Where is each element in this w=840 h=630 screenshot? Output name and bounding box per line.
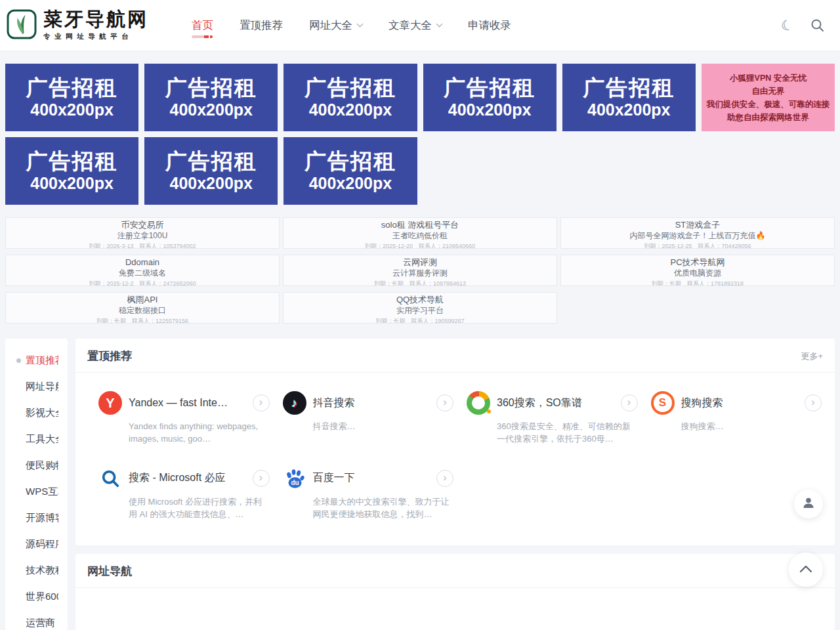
chevron-down-icon xyxy=(357,21,364,28)
sidebar-item-tutorials[interactable]: 技术教程 xyxy=(5,557,68,583)
bing-search-icon xyxy=(98,467,122,490)
scroll-top-button[interactable] xyxy=(789,553,823,587)
text-ad-solo-rental[interactable]: solo租 游戏租号平台王者吃鸡低价租到期：2025-12-20 联系人：210… xyxy=(283,217,557,249)
site-card-baidu[interactable]: du 百度一下 › 全球最大的中文搜索引擎、致力于让网民更便捷地获取信息，找到… xyxy=(283,467,454,521)
svg-text:du: du xyxy=(291,479,299,486)
search-icon[interactable] xyxy=(810,18,824,32)
site-card-360search[interactable]: 360搜索，SO靠谱 › 360搜索是安全、精准、可信赖的新一代搜索引擎，依托于… xyxy=(467,391,638,446)
text-ad-binance[interactable]: 币安交易所注册立拿100U到期：2026-3-13 联系人：1053794002 xyxy=(5,217,280,249)
pinned-panel: 置顶推荐 更多+ Y Yandex — fast Inte… › Yandex … xyxy=(75,339,835,545)
ad-banner[interactable]: 广告招租400x200px xyxy=(144,137,278,205)
360-icon xyxy=(467,391,490,415)
sidebar-item-carriers[interactable]: 运营商 xyxy=(5,610,68,630)
chevron-down-icon xyxy=(436,21,443,28)
site-card-desc: 全球最大的中文搜索引擎、致力于让网民更便捷地获取信息，找到… xyxy=(313,496,454,521)
site-card-douyin[interactable]: ♪ 抖音搜索 › 抖音搜索… xyxy=(283,391,454,446)
site-subtitle: 专业网址导航平台 xyxy=(43,32,148,41)
nav-articles-dropdown[interactable]: 文章大全 xyxy=(388,14,442,37)
chevron-right-icon[interactable]: › xyxy=(436,394,453,411)
text-ad-grid: 币安交易所注册立拿100U到期：2026-3-13 联系人：1053794002… xyxy=(5,217,835,324)
site-card-desc: 搜狗搜索… xyxy=(681,421,822,433)
douyin-icon: ♪ xyxy=(283,391,306,415)
text-ad-fengyu-api[interactable]: 枫雨API稳定数据接口到期：长期 联系人：1225579156 xyxy=(5,292,280,324)
site-card-desc: 使用 Microsoft 必应进行搜索，并利用 AI 的强大功能查找信息、… xyxy=(129,496,270,521)
sidebar-item-shopping[interactable]: 便民购物 xyxy=(5,452,68,478)
ad-banner[interactable]: 广告招租400x200px xyxy=(284,64,417,131)
chevron-right-icon[interactable]: › xyxy=(621,394,638,411)
pinned-more-link[interactable]: 更多+ xyxy=(801,350,823,362)
site-card-desc: 抖音搜索… xyxy=(313,421,454,433)
site-title: 菜牙导航网 xyxy=(43,9,148,30)
sidebar-item-wps[interactable]: WPS互联 xyxy=(5,478,68,505)
sogou-icon: S xyxy=(651,391,675,415)
sidebar-item-tools[interactable]: 工具大全 xyxy=(5,426,68,452)
text-ad-cloud-review[interactable]: 云网评测云计算服务评测到期：长期 联系人：1097864613 xyxy=(283,255,557,286)
ad-banner-grid: 广告招租400x200px 广告招租400x200px 广告招租400x200p… xyxy=(5,64,835,205)
user-float-button[interactable] xyxy=(794,490,823,518)
bullet-icon xyxy=(16,358,21,363)
nav-home[interactable]: 首页 xyxy=(192,14,213,37)
header: 菜牙导航网 专业网址导航平台 首页 置顶推荐 网址大全 文章大全 申请收录 ☾ xyxy=(0,0,840,51)
ad-banner[interactable]: 广告招租400x200px xyxy=(423,64,556,131)
vpn-ad-banner[interactable]: 小狐狸VPN 安全无忧 自由无界 我们提供安全、极速、可靠的连接 助您自由探索网… xyxy=(702,64,835,131)
yandex-icon: Y xyxy=(98,391,122,415)
site-card-bing[interactable]: 搜索 - Microsoft 必应 › 使用 Microsoft 必应进行搜索，… xyxy=(98,467,270,521)
site-card-yandex[interactable]: Y Yandex — fast Inte… › Yandex finds any… xyxy=(98,391,270,446)
category-sidebar: 置顶推荐 网址导航 影视大全 工具大全 便民购物 WPS互联 开源博客 源码程序… xyxy=(5,339,68,630)
logo-sprout-icon xyxy=(7,9,37,42)
site-nav-panel-title: 网址导航 xyxy=(87,564,132,579)
sidebar-item-world-600[interactable]: 世界600强 xyxy=(5,583,68,610)
sidebar-item-opensource-blog[interactable]: 开源博客 xyxy=(5,505,68,531)
ad-banner[interactable]: 广告招租400x200px xyxy=(284,137,417,205)
baidu-paw-icon: du xyxy=(283,467,306,490)
chevron-right-icon[interactable]: › xyxy=(253,470,270,487)
text-ad-qq-tech-nav[interactable]: QQ技术导航实用学习平台到期：长期 联系人：190599267 xyxy=(283,292,557,324)
main-nav: 首页 置顶推荐 网址大全 文章大全 申请收录 xyxy=(192,14,511,37)
ad-banner[interactable]: 广告招租400x200px xyxy=(144,64,278,131)
dark-mode-icon[interactable]: ☾ xyxy=(779,16,795,34)
text-ad-ddomain[interactable]: Ddomain免费二级域名到期：2025-12-2 联系人：2472652060 xyxy=(5,255,280,286)
nav-sites-dropdown[interactable]: 网址大全 xyxy=(309,14,362,37)
user-icon xyxy=(801,495,816,513)
chevron-right-icon[interactable]: › xyxy=(436,470,453,487)
nav-submit[interactable]: 申请收录 xyxy=(468,14,511,37)
text-ad-pc-tech-nav[interactable]: PC技术导航网优质电脑资源到期：长期 联系人：1781892318 xyxy=(560,255,835,286)
ad-banner[interactable]: 广告招租400x200px xyxy=(5,64,138,131)
sidebar-item-source-code[interactable]: 源码程序 xyxy=(5,531,68,557)
sidebar-item-movies[interactable]: 影视大全 xyxy=(5,400,68,426)
ad-banner[interactable]: 广告招租400x200px xyxy=(5,137,138,205)
site-logo[interactable]: 菜牙导航网 专业网址导航平台 xyxy=(7,9,148,42)
sidebar-item-pinned[interactable]: 置顶推荐 xyxy=(5,347,68,373)
site-card-sogou[interactable]: S 搜狗搜索 › 搜狗搜索… xyxy=(651,391,822,446)
sidebar-item-sites[interactable]: 网址导航 xyxy=(5,373,68,400)
site-nav-panel: 网址导航 更多+ xyxy=(75,554,835,630)
chevron-right-icon[interactable]: › xyxy=(253,394,270,411)
nav-pinned[interactable]: 置顶推荐 xyxy=(240,14,283,37)
pinned-panel-title: 置顶推荐 xyxy=(87,348,132,364)
site-card-desc: 360搜索是安全、精准、可信赖的新一代搜索引擎，依托于360母… xyxy=(497,421,638,446)
text-ad-st-gamebox[interactable]: ST游戏盒子内部号全网游戏盒子！上线百万充值🔥到期：2025-12-25 联系人… xyxy=(560,217,835,249)
site-card-desc: Yandex finds anything: webpages, images,… xyxy=(129,421,270,446)
ad-banner[interactable]: 广告招租400x200px xyxy=(562,64,696,131)
chevron-right-icon[interactable]: › xyxy=(805,394,822,411)
active-underline xyxy=(192,35,213,38)
chevron-up-icon xyxy=(799,564,812,576)
